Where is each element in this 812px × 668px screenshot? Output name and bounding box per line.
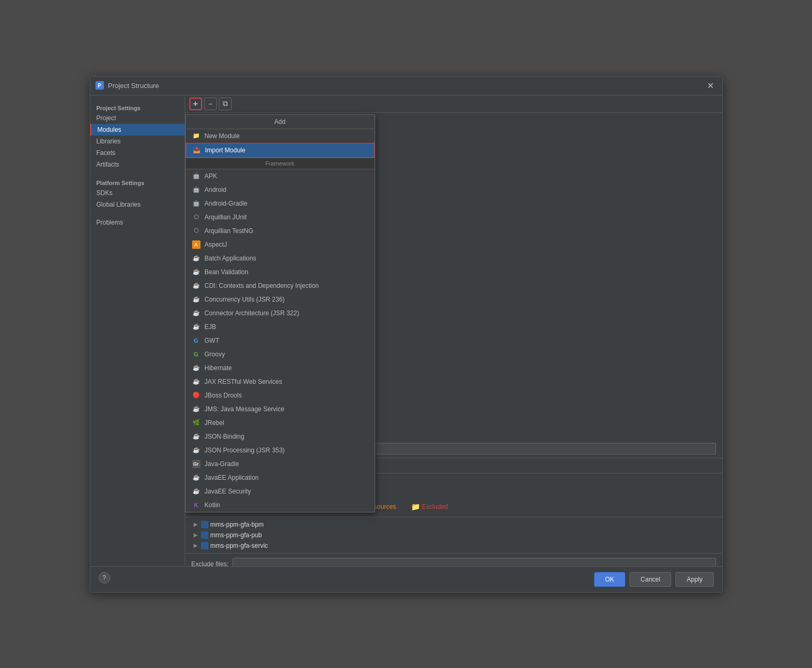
json-binding-icon: ☕ — [192, 432, 200, 441]
copy-button[interactable]: ⧉ — [219, 98, 232, 110]
gwt-icon: G — [192, 336, 200, 345]
framework-json-binding[interactable]: ☕ JSON Binding — [186, 430, 375, 443]
jrebel-icon: 🌿 — [192, 419, 200, 427]
module-0-arrow: ▶ — [194, 521, 198, 527]
javaee-app-icon: ☕ — [192, 473, 200, 482]
kotlin-icon: K — [192, 501, 200, 509]
module-tree-section: ▶ mms-ppm-gfa-bpm ▶ mms-ppm-gfa-pub ▶ mm… — [185, 517, 722, 553]
close-button[interactable]: ✕ — [704, 80, 717, 92]
concurrency-icon: ☕ — [192, 295, 200, 304]
framework-jboss-drools[interactable]: 🔴 JBoss Drools — [186, 389, 375, 402]
module-2-icon — [201, 542, 208, 549]
add-button[interactable]: + — [189, 98, 202, 110]
module-tree-item-1[interactable]: ▶ mms-ppm-gfa-pub — [192, 530, 716, 540]
framework-ejb[interactable]: ☕ EJB — [186, 320, 375, 334]
jms-icon: ☕ — [192, 405, 200, 413]
excluded-folder-icon: 📁 — [411, 502, 420, 511]
jboss-drools-icon: 🔴 — [192, 391, 200, 400]
framework-android[interactable]: 🤖 Android — [186, 183, 375, 197]
javaee-security-icon: ☕ — [192, 487, 200, 496]
framework-cdi[interactable]: ☕ CDI: Contexts and Dependency Injection — [186, 279, 375, 293]
ejb-icon: ☕ — [192, 323, 200, 331]
framework-divider: Framework — [186, 158, 375, 169]
window-title: Project Structure — [108, 82, 159, 90]
cdi-icon: ☕ — [192, 282, 200, 290]
new-module-icon: 📁 — [192, 132, 200, 140]
framework-connector[interactable]: ☕ Connector Architecture (JSR 322) — [186, 306, 375, 320]
sidebar-item-facets[interactable]: Facets — [90, 147, 185, 159]
sidebar: Project Settings Project Modules Librari… — [90, 95, 185, 566]
platform-settings-label: Platform Settings — [90, 178, 185, 187]
module-tree-item-2[interactable]: ▶ mms-ppm-gfa-servic — [192, 540, 716, 551]
module-0-icon — [201, 521, 208, 528]
framework-apk[interactable]: 🤖 APK — [186, 169, 375, 183]
framework-android-gradle[interactable]: 🤖 Android-Gradle — [186, 197, 375, 210]
apk-icon: 🤖 — [192, 172, 200, 180]
framework-json-processing[interactable]: ☕ JSON Processing (JSR 353) — [186, 443, 375, 457]
framework-jrebel[interactable]: 🌿 JRebel — [186, 416, 375, 430]
import-module-item[interactable]: 📥 Import Module — [186, 143, 375, 158]
spacer — [114, 572, 590, 587]
aspectj-icon: A — [192, 240, 200, 249]
batch-icon: ☕ — [192, 254, 200, 263]
framework-aspectj[interactable]: A AspectJ — [186, 238, 375, 251]
apply-button[interactable]: Apply — [675, 572, 713, 587]
bottom-bar: Exclude files: — [185, 553, 722, 566]
framework-batch[interactable]: ☕ Batch Applications — [186, 251, 375, 265]
module-tree-item-0[interactable]: ▶ mms-ppm-gfa-bpm — [192, 519, 716, 530]
module-2-arrow: ▶ — [194, 543, 198, 548]
dialog-buttons: ? OK Cancel Apply — [90, 566, 722, 592]
remove-button[interactable]: − — [204, 98, 217, 110]
sidebar-item-modules[interactable]: Modules — [90, 124, 185, 135]
sidebar-item-libraries[interactable]: Libraries — [90, 135, 185, 147]
sidebar-item-artifacts[interactable]: Artifacts — [90, 159, 185, 170]
module-1-arrow: ▶ — [194, 532, 198, 538]
project-settings-label: Project Settings — [90, 103, 185, 112]
framework-concurrency[interactable]: ☕ Concurrency Utils (JSR 236) — [186, 293, 375, 306]
framework-list: 🤖 APK 🤖 Android 🤖 Android-Gradle ⬡ — [186, 169, 375, 512]
jax-rest-icon: ☕ — [192, 377, 200, 386]
framework-bean-validation[interactable]: ☕ Bean Validation — [186, 265, 375, 279]
main-content: Project Settings Project Modules Librari… — [90, 95, 722, 566]
bean-validation-icon: ☕ — [192, 268, 200, 276]
framework-arquillian-testng[interactable]: ⬡ Arquillian TestNG — [186, 224, 375, 238]
toolbar: + − ⧉ Add 📁 New Module 📥 Import Module F… — [185, 95, 722, 113]
popup-header: Add — [186, 115, 375, 129]
connector-icon: ☕ — [192, 309, 200, 317]
sidebar-item-project[interactable]: Project — [90, 112, 185, 124]
add-popup: Add 📁 New Module 📥 Import Module Framewo… — [185, 114, 375, 512]
sidebar-item-problems[interactable]: Problems — [90, 217, 185, 228]
cancel-button[interactable]: Cancel — [629, 572, 671, 587]
exclude-label: Exclude files: — [192, 560, 229, 566]
arquillian-testng-icon: ⬡ — [192, 227, 200, 235]
title-bar-left: P Project Structure — [95, 81, 159, 90]
sidebar-item-sdks[interactable]: SDKs — [90, 187, 185, 199]
framework-gwt[interactable]: G GWT — [186, 334, 375, 347]
groovy-icon: G — [192, 350, 200, 359]
framework-javaee-security[interactable]: ☕ JavaEE Security — [186, 485, 375, 498]
java-gradle-icon: Gr — [192, 460, 200, 468]
framework-javaee-app[interactable]: ☕ JavaEE Application — [186, 471, 375, 485]
android-icon: 🤖 — [192, 186, 200, 194]
framework-kotlin[interactable]: K Kotlin — [186, 498, 375, 512]
framework-hibernate[interactable]: ☕ Hibernate — [186, 361, 375, 375]
json-processing-icon: ☕ — [192, 446, 200, 454]
framework-java-gradle[interactable]: Gr Java-Gradle — [186, 457, 375, 471]
arquillian-junit-icon: ⬡ — [192, 213, 200, 221]
help-button[interactable]: ? — [99, 572, 110, 584]
framework-groovy[interactable]: G Groovy — [186, 347, 375, 361]
app-icon: P — [95, 81, 104, 90]
module-1-icon — [201, 531, 208, 539]
framework-arquillian-junit[interactable]: ⬡ Arquillian JUnit — [186, 210, 375, 224]
exclude-input[interactable] — [233, 558, 715, 566]
title-bar: P Project Structure ✕ — [90, 76, 722, 95]
ok-button[interactable]: OK — [594, 572, 625, 587]
framework-jax-rest[interactable]: ☕ JAX RESTful Web Services — [186, 375, 375, 389]
import-module-icon: 📥 — [193, 146, 201, 154]
android-gradle-icon: 🤖 — [192, 199, 200, 208]
sidebar-item-global-libraries[interactable]: Global Libraries — [90, 199, 185, 210]
folder-tab-excluded[interactable]: 📁 Excluded — [407, 501, 452, 512]
hibernate-icon: ☕ — [192, 364, 200, 372]
new-module-item[interactable]: 📁 New Module — [186, 129, 375, 143]
framework-jms[interactable]: ☕ JMS: Java Message Service — [186, 402, 375, 416]
